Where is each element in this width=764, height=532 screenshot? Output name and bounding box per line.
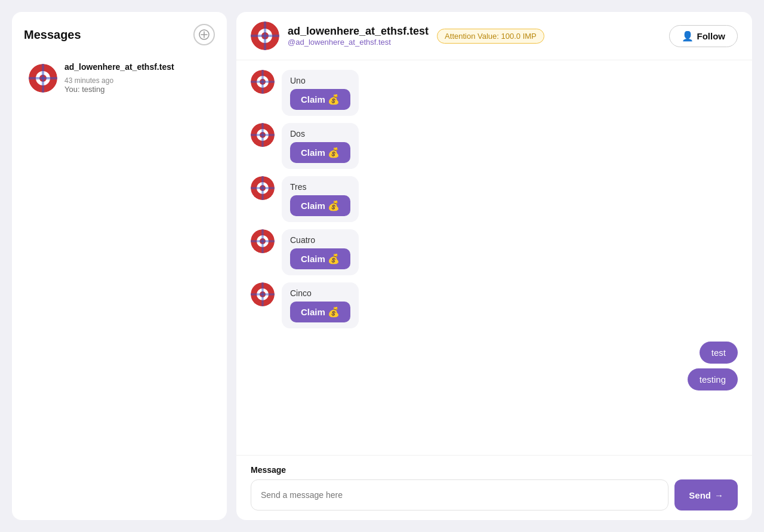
avatar <box>251 176 275 200</box>
claim-button[interactable]: Claim 💰 <box>290 248 350 269</box>
sent-message: test <box>700 342 738 364</box>
chat-input-area: Message Send → <box>236 455 752 520</box>
claim-emoji: 💰 <box>328 94 340 105</box>
avatar <box>251 70 275 94</box>
svg-rect-22 <box>261 123 263 147</box>
chat-header-left: ad_lowenhere_at_ethsf.test @ad_lowenhere… <box>251 21 544 50</box>
message-input[interactable] <box>251 479 668 511</box>
chat-username: ad_lowenhere_at_ethsf.test <box>288 25 429 38</box>
message-row: Uno Claim 💰 <box>251 70 738 116</box>
claim-emoji: 💰 <box>328 200 340 211</box>
claim-emoji: 💰 <box>328 253 340 265</box>
claim-button[interactable]: Claim 💰 <box>290 142 350 163</box>
claim-label: Claim <box>301 94 325 104</box>
chat-main: ad_lowenhere_at_ethsf.test @ad_lowenhere… <box>236 12 752 520</box>
message-label: Cinco <box>290 288 350 298</box>
avatar <box>251 123 275 147</box>
claim-button[interactable]: Claim 💰 <box>290 89 350 110</box>
chat-handle: @ad_lowenhere_at_ethsf.test <box>288 38 429 47</box>
message-row: Dos Claim 💰 <box>251 123 738 169</box>
message-bubble: Dos Claim 💰 <box>282 123 359 169</box>
sidebar: Messages ad <box>12 12 227 520</box>
message-bubble: Uno Claim 💰 <box>282 70 359 116</box>
svg-rect-37 <box>261 282 263 306</box>
attention-badge: Attention Value: 100.0 IMP <box>437 29 544 44</box>
message-row: Tres Claim 💰 <box>251 176 738 222</box>
claim-emoji: 💰 <box>328 306 340 318</box>
sidebar-title: Messages <box>24 28 81 42</box>
chat-user-info: ad_lowenhere_at_ethsf.test @ad_lowenhere… <box>288 25 429 47</box>
sent-message: testing <box>688 368 738 390</box>
message-row: Cinco Claim 💰 <box>251 282 738 328</box>
chat-avatar <box>251 21 279 50</box>
message-bubble: Cinco Claim 💰 <box>282 282 359 328</box>
conversation-preview: You: testing <box>64 85 210 94</box>
follow-button[interactable]: 👤 Follow <box>669 25 738 47</box>
message-label: Tres <box>290 182 350 192</box>
claim-label: Claim <box>301 307 325 317</box>
claim-emoji: 💰 <box>328 147 340 158</box>
claim-button[interactable]: Claim 💰 <box>290 302 350 322</box>
send-arrow-icon: → <box>714 490 723 500</box>
conversation-item[interactable]: ad_lowenhere_at_ethsf.test 43 minutes ag… <box>24 56 215 100</box>
message-input-label: Message <box>251 465 738 475</box>
avatar <box>251 229 275 253</box>
message-bubble: Cuatro Claim 💰 <box>282 229 359 275</box>
send-label: Send <box>689 490 711 500</box>
conversation-name: ad_lowenhere_at_ethsf.test <box>64 62 174 72</box>
message-bubble: Tres Claim 💰 <box>282 176 359 222</box>
send-button[interactable]: Send → <box>674 479 738 511</box>
input-row: Send → <box>251 479 738 511</box>
conversation-info: ad_lowenhere_at_ethsf.test 43 minutes ag… <box>64 62 210 94</box>
avatar <box>29 64 57 93</box>
sent-messages-container: test testing <box>251 342 738 390</box>
message-label: Dos <box>290 129 350 139</box>
follow-label: Follow <box>697 31 726 41</box>
claim-label: Claim <box>301 147 325 158</box>
claim-label: Claim <box>301 201 325 211</box>
svg-rect-17 <box>261 70 263 94</box>
svg-rect-27 <box>261 176 263 200</box>
chat-messages: Uno Claim 💰 <box>236 60 752 455</box>
svg-rect-7 <box>42 64 44 93</box>
add-conversation-button[interactable] <box>193 24 215 45</box>
sidebar-header: Messages <box>24 24 215 45</box>
chat-header: ad_lowenhere_at_ethsf.test @ad_lowenhere… <box>236 12 752 60</box>
svg-rect-32 <box>261 229 263 253</box>
claim-button[interactable]: Claim 💰 <box>290 195 350 216</box>
conversation-time: 43 minutes ago <box>64 76 113 85</box>
svg-rect-12 <box>264 21 266 50</box>
message-row: Cuatro Claim 💰 <box>251 229 738 275</box>
claim-label: Claim <box>301 254 325 264</box>
message-label: Uno <box>290 76 350 85</box>
avatar <box>251 282 275 306</box>
message-label: Cuatro <box>290 235 350 245</box>
follow-icon: 👤 <box>682 30 694 42</box>
